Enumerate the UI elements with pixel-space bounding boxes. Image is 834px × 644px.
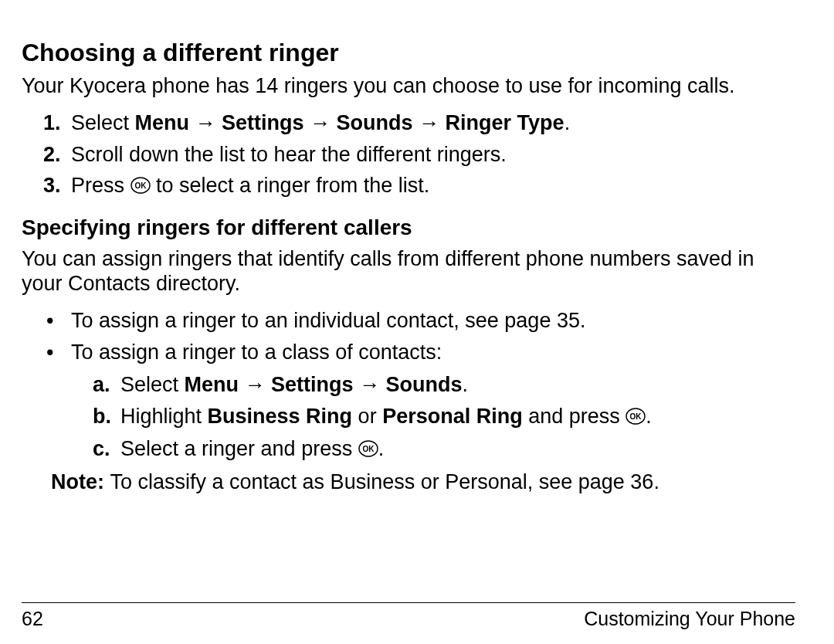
arrow-icon: → xyxy=(239,373,271,396)
heading-specifying-ringers: Specifying ringers for different callers xyxy=(22,215,795,240)
substep-b-or: or xyxy=(352,405,382,428)
manual-page: Choosing a different ringer Your Kyocera… xyxy=(0,0,834,644)
note-label: Note: xyxy=(51,470,110,493)
substep-c-period: . xyxy=(378,437,385,460)
section-title: Customizing Your Phone xyxy=(584,608,795,630)
intro-paragraph-main: Your Kyocera phone has 14 ringers you ca… xyxy=(22,73,795,98)
substep-b-personal-ring: Personal Ring xyxy=(382,405,523,428)
substep-c: c. Select a ringer and press OK. xyxy=(93,435,795,464)
substep-b-period: . xyxy=(646,405,652,428)
step-1-period: . xyxy=(564,111,571,134)
step-1-menu: Menu xyxy=(135,111,190,134)
substep-b-business-ring: Business Ring xyxy=(208,405,353,428)
substep-a: a. Select Menu → Settings → Sounds. xyxy=(93,371,795,398)
note-line: Note: To classify a contact as Business … xyxy=(51,468,795,496)
step-1: 1. Select Menu → Settings → Sounds → Rin… xyxy=(43,109,795,137)
bullet-class-contacts: To assign a ringer to a class of contact… xyxy=(43,338,795,465)
svg-text:OK: OK xyxy=(134,181,147,190)
page-footer: 62 Customizing Your Phone xyxy=(22,602,795,630)
step-3: 3. Press OK to select a ringer from the … xyxy=(43,171,795,201)
step-3-number: 3. xyxy=(43,171,61,199)
bullet-list: To assign a ringer to an individual cont… xyxy=(43,307,795,464)
substep-a-sounds: Sounds xyxy=(386,373,463,396)
substep-b-before: Highlight xyxy=(120,405,208,428)
arrow-icon: → xyxy=(413,111,446,134)
ok-button-icon: OK xyxy=(131,173,151,201)
note-text: To classify a contact as Business or Per… xyxy=(110,470,659,493)
step-2: 2. Scroll down the list to hear the diff… xyxy=(43,141,795,168)
substep-c-letter: c. xyxy=(93,435,110,463)
step-1-number: 1. xyxy=(43,109,61,137)
substep-a-settings: Settings xyxy=(271,373,354,396)
substep-a-menu: Menu xyxy=(185,373,239,396)
substep-b-andpress: and press xyxy=(523,405,626,428)
lettered-steps: a. Select Menu → Settings → Sounds. b. H… xyxy=(93,371,795,464)
substep-a-period: . xyxy=(463,373,469,396)
bullet-2-text: To assign a ringer to a class of contact… xyxy=(71,341,442,364)
bullet-1-text: To assign a ringer to an individual cont… xyxy=(71,309,585,332)
step-1-sounds: Sounds xyxy=(337,111,413,134)
bullet-individual-contact: To assign a ringer to an individual cont… xyxy=(43,307,795,334)
step-2-number: 2. xyxy=(43,141,61,168)
ok-button-icon: OK xyxy=(626,404,646,432)
intro-paragraph-sub: You can assign ringers that identify cal… xyxy=(22,246,795,297)
heading-choosing-ringer: Choosing a different ringer xyxy=(22,39,795,67)
step-2-text: Scroll down the list to hear the differe… xyxy=(71,143,507,166)
substep-a-letter: a. xyxy=(93,371,110,398)
step-3-before: Press xyxy=(71,174,131,197)
arrow-icon: → xyxy=(354,373,386,396)
svg-text:OK: OK xyxy=(362,445,375,453)
substep-b: b. Highlight Business Ring or Personal R… xyxy=(93,402,795,432)
step-1-settings: Settings xyxy=(222,111,304,134)
ok-button-icon: OK xyxy=(358,436,378,464)
substep-a-prefix: Select xyxy=(120,373,185,396)
arrow-icon: → xyxy=(304,111,337,134)
step-1-prefix: Select xyxy=(71,111,135,134)
substep-c-before: Select a ringer and press xyxy=(120,437,358,460)
numbered-steps: 1. Select Menu → Settings → Sounds → Rin… xyxy=(43,109,795,201)
step-1-ringer-type: Ringer Type xyxy=(446,111,564,134)
step-3-after: to select a ringer from the list. xyxy=(151,174,430,197)
page-number: 62 xyxy=(22,608,43,630)
svg-text:OK: OK xyxy=(630,412,642,421)
substep-b-letter: b. xyxy=(93,402,111,430)
arrow-icon: → xyxy=(189,111,222,134)
